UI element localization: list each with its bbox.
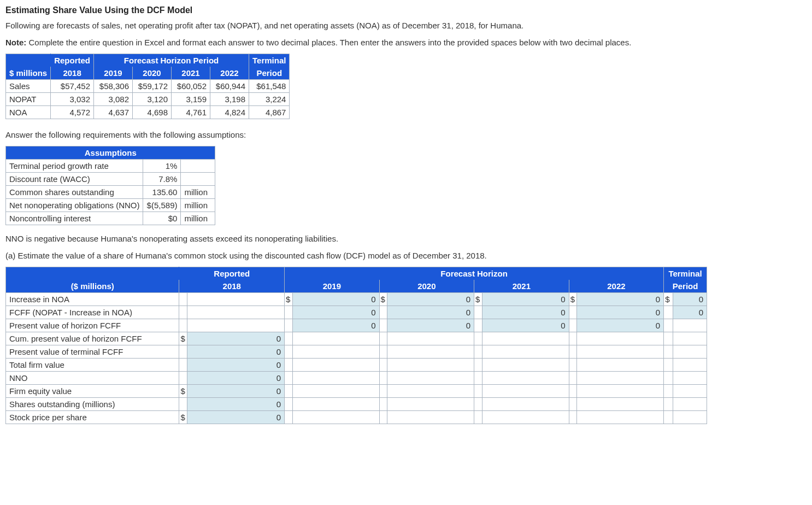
cell: 4,824 <box>210 106 249 119</box>
table-row: Terminal period growth rate 1% <box>6 160 215 173</box>
table-row: Discount rate (WACC) 7.8% <box>6 173 215 186</box>
note-text: Complete the entire question in Excel an… <box>26 38 631 47</box>
cell: 4,761 <box>172 106 210 119</box>
assump-label: Terminal period growth rate <box>6 160 143 173</box>
cell: 3,082 <box>94 93 133 106</box>
input-cell[interactable]: 0 <box>482 306 569 319</box>
row-label: NNO <box>6 372 179 385</box>
input-cell[interactable]: 0 <box>292 306 379 319</box>
cell: $59,172 <box>133 80 172 93</box>
row-label: Present value of terminal FCFF <box>6 345 179 359</box>
nno-note: NNO is negative because Humana's nonoper… <box>5 233 807 244</box>
input-cell[interactable]: 0 <box>187 345 285 359</box>
intro-text: Following are forecasts of sales, net op… <box>5 20 807 31</box>
currency-symbol: $ <box>285 293 293 306</box>
dcf-terminal-period: Period <box>664 280 707 293</box>
assumptions-header: Assumptions <box>6 146 215 160</box>
cell: 4,698 <box>133 106 172 119</box>
cell: 3,120 <box>133 93 172 106</box>
table-row: Sales $57,452 $58,306 $59,172 $60,052 $6… <box>6 80 290 93</box>
currency-symbol: $ <box>474 293 483 306</box>
table-row: Shares outstanding (millions) 0 <box>6 398 707 411</box>
dcf-table: Reported Forecast Horizon Terminal ($ mi… <box>5 267 707 424</box>
cell: $58,306 <box>94 80 133 93</box>
row-label: FCFF (NOPAT - Increase in NOA) <box>6 306 179 319</box>
row-label: Total firm value <box>6 359 179 372</box>
currency-symbol: $ <box>379 293 387 306</box>
table-row: Noncontrolling interest $0 million <box>6 212 215 225</box>
assumptions-intro: Answer the following requirements with t… <box>5 129 807 140</box>
assump-value: $(5,589) <box>143 199 181 212</box>
part-a: (a) Estimate the value of a share of Hum… <box>5 250 807 261</box>
input-cell[interactable]: 0 <box>292 319 379 332</box>
cell: 4,637 <box>94 106 133 119</box>
dcf-year-2022: 2022 <box>569 280 664 293</box>
assump-label: Noncontrolling interest <box>6 212 143 225</box>
input-cell[interactable]: 0 <box>387 306 474 319</box>
input-cell[interactable]: 0 <box>577 306 664 319</box>
forecast-table: Reported Forecast Horizon Period Termina… <box>5 54 290 119</box>
dcf-col-horizon: Forecast Horizon <box>285 267 664 280</box>
assump-value: $0 <box>143 212 181 225</box>
input-cell[interactable]: 0 <box>673 306 707 319</box>
assump-unit: million <box>181 212 215 225</box>
input-cell[interactable]: 0 <box>577 319 664 332</box>
cell: 3,198 <box>210 93 249 106</box>
input-cell[interactable]: 0 <box>187 332 285 345</box>
cell: 3,224 <box>249 93 290 106</box>
row-label: Shares outstanding (millions) <box>6 398 179 411</box>
note-label: Note: <box>5 38 26 47</box>
input-cell[interactable]: 0 <box>187 411 285 424</box>
row-label: Increase in NOA <box>6 293 179 306</box>
year-2020: 2020 <box>133 67 172 80</box>
input-cell[interactable]: 0 <box>187 359 285 372</box>
row-label: Firm equity value <box>6 385 179 398</box>
cell: $60,944 <box>210 80 249 93</box>
dcf-year-2020: 2020 <box>379 280 474 293</box>
table-row: Stock price per share $0 <box>6 411 707 424</box>
assump-label: Net nonoperating obligations (NNO) <box>6 199 143 212</box>
table-row: Increase in NOA $0 $0 $0 $0 $0 <box>6 293 707 306</box>
row-label: Stock price per share <box>6 411 179 424</box>
row-label: Sales <box>6 80 51 93</box>
dcf-row-header: ($ millions) <box>6 280 179 293</box>
row-label: Cum. present value of horizon FCFF <box>6 332 179 345</box>
dcf-col-terminal: Terminal <box>664 267 707 280</box>
table-row: Present value of horizon FCFF 0 0 0 0 <box>6 319 707 332</box>
assump-unit <box>181 173 215 186</box>
assump-value: 1% <box>143 160 181 173</box>
table-row: Common shares outstanding 135.60 million <box>6 186 215 199</box>
col-group-terminal: Terminal <box>249 54 290 67</box>
assump-label: Common shares outstanding <box>6 186 143 199</box>
currency-symbol: $ <box>664 293 673 306</box>
row-header: $ millions <box>6 67 51 80</box>
table-row: NOA 4,572 4,637 4,698 4,761 4,824 4,867 <box>6 106 290 119</box>
input-cell[interactable]: 0 <box>187 372 285 385</box>
input-cell[interactable]: 0 <box>673 293 707 306</box>
dcf-year-2018: 2018 <box>179 280 285 293</box>
assumptions-table: Assumptions Terminal period growth rate … <box>5 146 215 225</box>
table-row: NNO 0 <box>6 372 707 385</box>
input-cell[interactable]: 0 <box>482 293 569 306</box>
year-2019: 2019 <box>94 67 133 80</box>
currency-symbol: $ <box>179 411 187 424</box>
dcf-col-reported: Reported <box>179 267 285 280</box>
assump-unit: million <box>181 199 215 212</box>
input-cell[interactable]: 0 <box>387 293 474 306</box>
input-cell[interactable]: 0 <box>482 319 569 332</box>
input-cell[interactable]: 0 <box>187 385 285 398</box>
input-cell[interactable]: 0 <box>387 319 474 332</box>
table-row: Net nonoperating obligations (NNO) $(5,5… <box>6 199 215 212</box>
input-cell[interactable]: 0 <box>577 293 664 306</box>
note-line: Note: Complete the entire question in Ex… <box>5 37 807 48</box>
input-cell[interactable]: 0 <box>187 398 285 411</box>
table-row: Present value of terminal FCFF 0 <box>6 345 707 359</box>
input-cell[interactable]: 0 <box>292 293 379 306</box>
col-group-reported: Reported <box>51 54 94 67</box>
assump-unit <box>181 160 215 173</box>
currency-symbol: $ <box>179 385 187 398</box>
table-row: Firm equity value $0 <box>6 385 707 398</box>
table-row: FCFF (NOPAT - Increase in NOA) 0 0 0 0 0 <box>6 306 707 319</box>
year-2018: 2018 <box>51 67 94 80</box>
cell: 4,572 <box>51 106 94 119</box>
